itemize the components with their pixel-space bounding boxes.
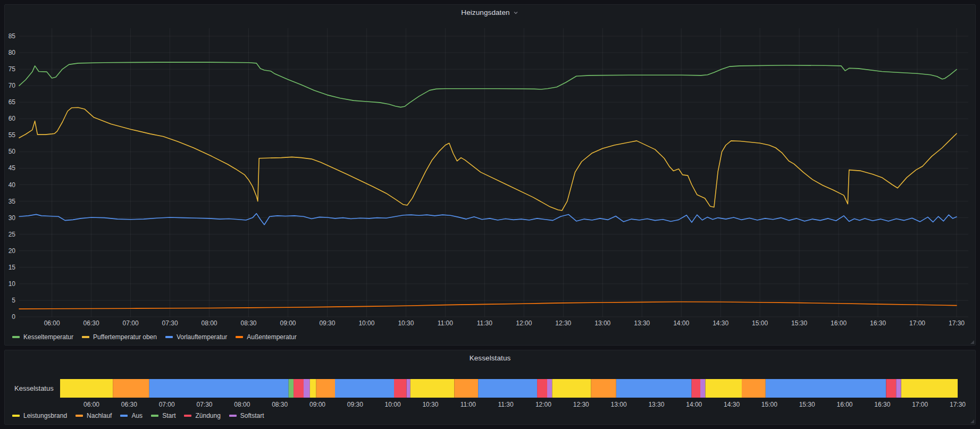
x-axis-tick-label: 11:30 <box>498 401 514 408</box>
status-segment-Softstart <box>700 379 705 398</box>
legend-item-Leistungsbrand[interactable]: Leistungsbrand <box>12 412 67 419</box>
legend-label: Start <box>162 412 175 419</box>
y-axis-tick-label: 5 <box>12 297 15 304</box>
x-axis-tick-label: 16:00 <box>837 401 853 408</box>
x-axis-tick-label: 15:30 <box>799 401 815 408</box>
status-segment-Nachlauf <box>591 379 616 398</box>
x-axis-tick-label: 15:00 <box>761 401 777 408</box>
status-segment-Softstart <box>896 379 901 398</box>
x-axis-tick-label: 15:30 <box>791 319 807 327</box>
legend-swatch <box>151 415 158 417</box>
panel-resize-handle[interactable] <box>970 419 974 423</box>
legend-swatch <box>120 415 128 417</box>
status-segment-Aus <box>335 379 394 398</box>
series-line-Außentemperatur <box>19 302 957 309</box>
x-axis-tick-label: 07:30 <box>162 319 178 327</box>
chart-legend: KesseltemperaturPuffertemperatur obenVor… <box>12 333 297 341</box>
panel-heizungsdaten-header[interactable]: Heizungsdaten <box>5 5 975 20</box>
time-series-chart[interactable]: 051015202530354045505560657075808506:000… <box>5 21 976 346</box>
legend-label: Nachlauf <box>87 412 112 419</box>
x-axis-tick-label: 06:30 <box>83 319 99 327</box>
legend-item-Zündung[interactable]: Zündung <box>184 412 220 419</box>
x-axis-tick-label: 13:30 <box>648 401 664 408</box>
x-axis-tick-label: 17:30 <box>950 401 966 408</box>
x-axis-tick-label: 17:00 <box>909 319 925 327</box>
legend-item-Aus[interactable]: Aus <box>120 412 143 419</box>
y-axis-tick-label: 75 <box>9 65 16 73</box>
x-axis-tick-label: 11:30 <box>477 319 492 327</box>
chevron-down-icon <box>513 10 519 16</box>
status-segment-Softstart <box>547 379 552 398</box>
legend-item-Vorlauftemperatur[interactable]: Vorlauftemperatur <box>165 333 227 341</box>
legend-label: Softstart <box>240 412 264 419</box>
panel-title: Heizungsdaten <box>461 9 509 16</box>
status-segment-Zündung <box>886 379 896 398</box>
status-segment-Nachlauf <box>454 379 478 398</box>
x-axis-tick-label: 09:00 <box>280 319 296 327</box>
x-axis-tick-label: 07:00 <box>159 401 175 408</box>
x-axis-tick-label: 07:00 <box>123 319 139 327</box>
x-axis-tick-label: 08:00 <box>202 319 217 327</box>
x-axis-tick-label: 15:00 <box>752 319 768 327</box>
legend-swatch <box>12 415 20 417</box>
x-axis-tick-label: 09:30 <box>319 319 335 327</box>
legend-item-Softstart[interactable]: Softstart <box>229 412 264 419</box>
series-line-Puffertemperatur oben <box>19 107 957 211</box>
x-axis-tick-label: 06:00 <box>83 401 99 408</box>
status-segment-Zündung <box>537 379 547 398</box>
x-axis-tick-label: 12:00 <box>516 319 532 327</box>
legend-swatch <box>76 415 83 417</box>
status-segment-Zündung <box>692 379 701 398</box>
x-axis-tick-label: 14:00 <box>673 319 689 327</box>
legend-item-Kesseltemperatur[interactable]: Kesseltemperatur <box>12 333 73 341</box>
x-axis-tick-label: 09:00 <box>309 401 325 408</box>
y-axis-tick-label: 50 <box>9 148 16 155</box>
x-axis-tick-label: 06:30 <box>121 401 137 408</box>
legend-label: Kesseltemperatur <box>23 333 73 341</box>
x-axis-tick-label: 13:00 <box>611 401 627 408</box>
legend-item-Start[interactable]: Start <box>151 412 175 419</box>
legend-swatch <box>165 336 173 338</box>
status-segment-Aus <box>766 379 886 398</box>
status-segment-Leistungsbrand <box>411 379 455 398</box>
chart-legend: LeistungsbrandNachlaufAusStartZündungSof… <box>12 412 264 419</box>
status-segment-Aus <box>616 379 692 398</box>
x-axis-tick-label: 08:30 <box>240 319 256 327</box>
y-axis-tick-label: 10 <box>9 280 16 288</box>
y-axis-tick-label: 35 <box>9 198 16 205</box>
status-segment-Leistungsbrand <box>706 379 742 398</box>
series-line-Vorlauftemperatur <box>19 214 957 225</box>
legend-item-Nachlauf[interactable]: Nachlauf <box>76 412 112 419</box>
legend-swatch <box>236 336 243 338</box>
x-axis-tick-label: 16:30 <box>870 319 886 327</box>
y-axis-tick-label: 30 <box>9 214 16 222</box>
legend-item-Außentemperatur[interactable]: Außentemperatur <box>236 333 296 341</box>
legend-label: Vorlauftemperatur <box>177 333 227 341</box>
x-axis-tick-label: 13:30 <box>634 319 650 327</box>
x-axis-tick-label: 11:00 <box>438 319 453 327</box>
legend-label: Puffertemperatur oben <box>93 333 157 341</box>
y-axis-tick-label: 85 <box>9 32 16 40</box>
x-axis-tick-label: 17:00 <box>912 401 928 408</box>
legend-item-Puffertemperatur oben[interactable]: Puffertemperatur oben <box>82 333 157 341</box>
status-segment-Aus <box>149 379 289 398</box>
x-axis-tick-label: 14:30 <box>724 401 740 408</box>
status-segment-Zündung <box>394 379 407 398</box>
y-axis-tick-label: 55 <box>9 131 16 139</box>
status-segment-Leistungsbrand <box>310 379 316 398</box>
legend-label: Zündung <box>195 412 220 419</box>
y-axis-tick-label: 15 <box>9 264 16 271</box>
legend-swatch <box>229 415 237 417</box>
y-axis-tick-label: 40 <box>9 181 16 189</box>
legend-swatch <box>184 415 191 417</box>
x-axis-tick-label: 10:30 <box>398 319 414 327</box>
legend-label: Leistungsbrand <box>23 412 67 419</box>
panel-resize-handle[interactable] <box>970 340 974 344</box>
x-axis-tick-label: 12:30 <box>555 319 571 327</box>
x-axis-tick-label: 06:00 <box>44 319 60 327</box>
x-axis-tick-label: 14:30 <box>713 319 728 327</box>
status-segment-Leistungsbrand <box>60 379 113 398</box>
x-axis-tick-label: 10:00 <box>385 401 401 408</box>
legend-label: Außentemperatur <box>247 333 296 341</box>
y-axis-tick-label: 20 <box>9 247 16 255</box>
